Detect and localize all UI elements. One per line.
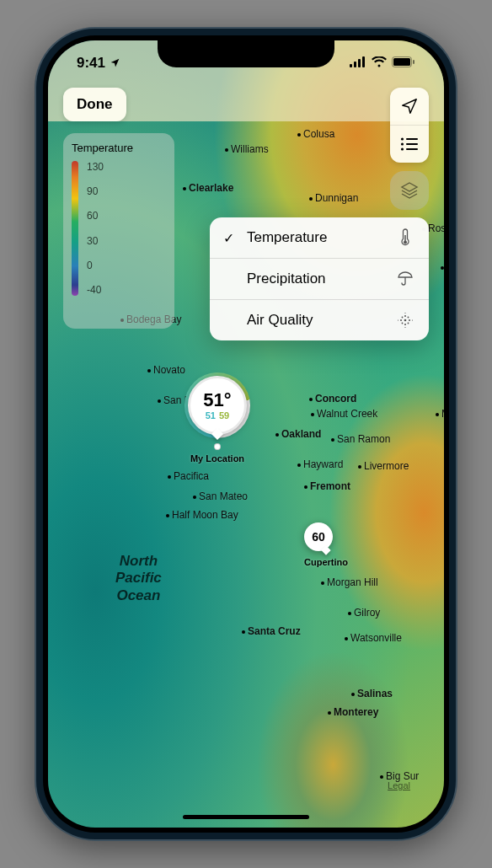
home-indicator — [183, 815, 309, 819]
city-label: Dunnigan — [309, 192, 358, 204]
svg-point-22 — [402, 323, 404, 324]
status-time: 9:41 — [77, 55, 120, 72]
svg-rect-3 — [362, 56, 365, 67]
device-frame: 9:41 Done — [36, 29, 456, 839]
bezel: 9:41 Done — [43, 35, 449, 833]
wifi-icon — [372, 55, 387, 72]
svg-rect-0 — [350, 64, 352, 67]
svg-point-18 — [400, 319, 402, 321]
city-label: Pacifica — [168, 470, 209, 482]
svg-point-25 — [404, 327, 405, 328]
layer-option-precipitation[interactable]: Precipitation — [210, 258, 429, 299]
city-label: Ma — [436, 408, 444, 420]
city-label: Gilroy — [348, 607, 380, 619]
city-label: Oakland — [275, 428, 321, 440]
svg-point-11 — [401, 147, 404, 150]
layers-button[interactable] — [390, 171, 429, 210]
pin-temp: 60 — [304, 522, 333, 551]
aqi-icon — [395, 312, 415, 329]
city-label: Morgan Hill — [321, 576, 378, 588]
battery-icon — [392, 55, 415, 72]
svg-rect-8 — [406, 138, 418, 140]
pin-my-location[interactable]: 51° 5159 My Location — [188, 376, 247, 463]
screen: 9:41 Done — [48, 40, 444, 828]
svg-point-26 — [398, 319, 398, 320]
city-label: S — [441, 261, 444, 273]
city-label: Hayward — [297, 458, 343, 470]
city-label: Colusa — [297, 128, 334, 140]
city-label: San Mateo — [193, 490, 248, 502]
pin-label: Cupertino — [304, 557, 348, 567]
city-label: Walnut Creek — [311, 408, 377, 420]
svg-point-13 — [404, 241, 407, 244]
svg-point-24 — [404, 313, 405, 313]
city-label: Monterey — [328, 706, 378, 718]
svg-rect-1 — [354, 62, 356, 67]
city-label: Half Moon Bay — [166, 509, 238, 521]
svg-point-21 — [408, 317, 409, 319]
svg-point-7 — [401, 137, 404, 140]
svg-rect-2 — [358, 59, 361, 67]
city-label: Santa Cruz — [242, 625, 301, 637]
list-button[interactable] — [390, 125, 429, 163]
signal-icon — [350, 55, 366, 72]
legend-ticks: 130 90 60 30 0 -40 — [87, 161, 104, 296]
notch — [158, 40, 334, 67]
layer-option-air-quality[interactable]: Air Quality — [210, 299, 429, 340]
city-label: Fremont — [304, 480, 350, 492]
city-label: San Ramon — [331, 433, 390, 445]
pin-cupertino[interactable]: 60 Cupertino — [304, 522, 348, 567]
svg-point-23 — [408, 323, 409, 324]
city-label: Novato — [147, 364, 185, 376]
svg-point-16 — [404, 315, 406, 317]
svg-point-17 — [404, 324, 406, 325]
legend-panel: Temperature 130 90 60 30 0 -40 — [63, 133, 174, 329]
umbrella-icon — [395, 271, 415, 287]
svg-point-9 — [401, 142, 404, 145]
svg-rect-5 — [393, 58, 410, 66]
svg-point-27 — [412, 319, 413, 320]
check-icon: ✓ — [223, 230, 242, 246]
city-label: Concord — [309, 393, 356, 405]
legend-gradient — [72, 161, 78, 296]
svg-rect-6 — [413, 60, 414, 64]
layer-menu: ✓ Temperature Precipitation Air Quality — [210, 217, 429, 340]
done-button[interactable]: Done — [63, 88, 126, 121]
svg-point-20 — [402, 317, 404, 319]
city-label: Salinas — [351, 688, 393, 699]
city-label: Williams — [225, 143, 269, 155]
pin-temp: 51° — [203, 391, 231, 410]
city-label: Watsonville — [345, 632, 402, 644]
legend-title: Temperature — [72, 142, 166, 154]
svg-rect-10 — [406, 143, 418, 145]
thermometer-icon — [395, 228, 415, 247]
locate-me-button[interactable] — [390, 88, 429, 125]
legal-link[interactable]: Legal — [388, 780, 410, 790]
city-label: Clearlake — [183, 182, 233, 194]
ocean-label: North Pacific Ocean — [115, 553, 162, 604]
map-quick-actions — [390, 88, 429, 163]
svg-rect-12 — [406, 148, 418, 150]
svg-point-15 — [404, 319, 407, 322]
city-label: Livermore — [358, 460, 409, 472]
svg-point-19 — [409, 319, 410, 321]
layer-option-temperature[interactable]: ✓ Temperature — [210, 217, 429, 258]
pin-label: My Location — [188, 453, 247, 463]
